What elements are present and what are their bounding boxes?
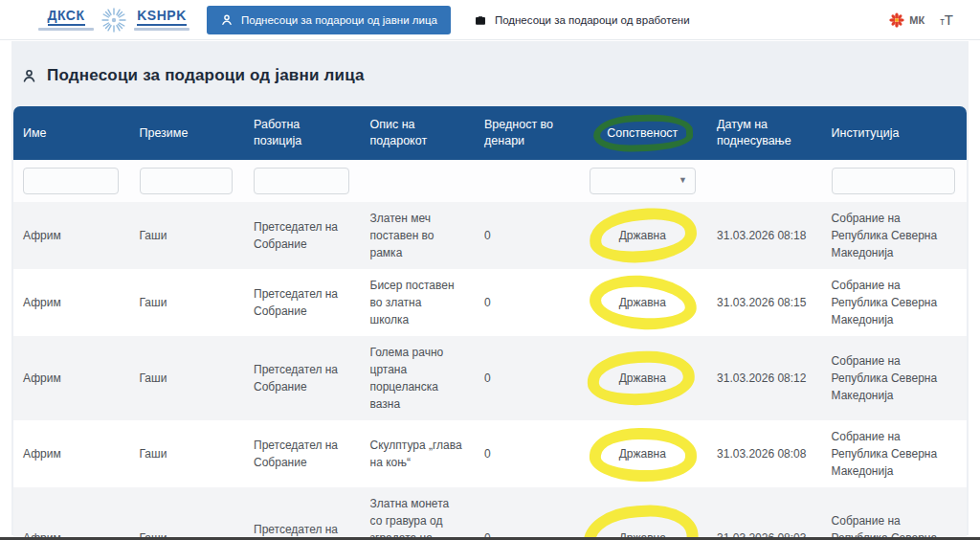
cell-description: Скулптура „глава на коњ“ [361,429,476,479]
column-header-position[interactable]: Работна позиција [244,109,361,157]
cell-surname: Гаши [130,438,245,470]
cell-institution: Собрание на Република Северна Македонија [822,345,967,412]
cell-value: 0 [475,438,580,470]
topbar-actions: МК тТ [889,11,953,28]
main-content: Поднесоци за подароци од јавни лица Име … [11,41,969,535]
filter-institution-input[interactable] [832,168,955,194]
cell-value: 0 [475,286,580,319]
cell-date: 31.03.2026 08:08 [707,438,822,470]
nav-tabs: Поднесоци за подароци од јавни лица Подн… [207,6,703,34]
cell-ownership: Државна [580,286,707,319]
cell-position: Претседател на Собрание [244,278,361,327]
tab-gifts-public-persons[interactable]: Поднесоци за подароци од јавни лица [207,6,451,34]
dksk-logo[interactable]: ДКСК KSHPK [38,6,189,34]
column-header-name[interactable]: Име [13,118,130,149]
cell-date: 31.03.2026 08:15 [707,286,822,319]
logo-text-left: ДКСК [48,9,85,25]
text-size-large-label: Т [945,11,953,28]
table-filter-row: ▼ [13,160,967,202]
language-switcher[interactable]: МК [889,12,924,28]
cell-surname: Гаши [130,362,245,394]
column-header-description[interactable]: Опис на подарокот [361,109,476,157]
ownership-value: Државна [619,371,666,385]
table-row[interactable]: Африм Гаши Претседател на Собрание Златн… [13,487,967,540]
column-header-institution[interactable]: Институција [822,118,967,149]
page-header: Поднесоци за подароци од јавни лица [11,41,969,106]
briefcase-icon [474,13,487,27]
text-size-button[interactable]: тТ [940,11,953,28]
cell-name: Африм [13,286,130,319]
cell-date: 31.03.2026 08:12 [707,362,822,394]
cell-institution: Собрание на Република Северна Македонија [822,420,967,487]
cell-description: Бисер поставен во златна школка [361,269,476,336]
table-row[interactable]: Африм Гаши Претседател на Собрание Бисер… [13,269,967,336]
ownership-value: Државна [619,447,666,461]
cell-name: Африм [13,362,130,394]
ownership-value: Државна [619,296,666,309]
person-icon [21,68,37,84]
cell-value: 0 [475,219,580,252]
cell-position: Претседател на Собрание [244,513,361,540]
filter-surname-input[interactable] [140,168,234,194]
cell-institution: Собрание на Република Северна Македонија [822,269,967,336]
tab-gifts-employees[interactable]: Поднесоци за подароци од вработени [460,6,703,34]
cell-ownership: Државна [580,362,707,394]
cell-description: Голема рачно цртана порцеланска вазна [361,336,476,420]
table-row[interactable]: Африм Гаши Претседател на Собрание Скулп… [13,420,967,487]
cell-description: Златна монета со гравура од зградата на … [361,487,476,540]
table-row[interactable]: Африм Гаши Претседател на Собрание Голем… [13,336,967,420]
page-title: Поднесоци за подароци од јавни лица [47,66,365,85]
top-navigation-bar: ДКСК KSHPK П [0,0,980,40]
cell-surname: Гаши [130,219,245,252]
cell-position: Претседател на Собрание [244,429,361,479]
tab-label: Поднесоци за подароци од јавни лица [241,14,437,26]
tab-label: Поднесоци за подароци од вработени [495,14,690,26]
column-header-value[interactable]: Вредност во денари [475,109,580,157]
macedonia-flag-icon [889,12,904,28]
cell-position: Претседател на Собрание [244,353,361,403]
cell-institution: Собрание на Република Северна Македонија [822,505,967,540]
cell-surname: Гаши [130,286,245,319]
column-header-date[interactable]: Датум на поднесување [707,109,822,157]
cell-position: Претседател на Собрание [244,211,361,260]
language-label: МК [909,14,924,26]
cell-name: Африм [13,219,130,252]
cell-date: 31.03.2026 08:18 [707,219,822,252]
filter-name-input[interactable] [23,168,119,194]
table-row[interactable]: Африм Гаши Претседател на Собрание Злате… [13,202,967,269]
logo-subtext-left [38,28,94,31]
cell-description: Златен меч поставен во рамка [361,202,476,269]
table-header-row: Име Презиме Работна позиција Опис на под… [13,106,967,160]
cell-name: Африм [13,438,130,470]
cell-ownership: Државна [580,438,707,470]
ownership-value: Државна [619,229,666,242]
gifts-table: Име Презиме Работна позиција Опис на под… [13,106,967,540]
cell-ownership: Државна [580,219,707,252]
filter-ownership-select[interactable]: ▼ [590,168,696,194]
chevron-down-icon: ▼ [679,174,687,188]
column-header-ownership[interactable]: Сопственост [580,118,707,149]
cell-institution: Собрание на Република Северна Македонија [822,202,967,269]
sunburst-logo-icon [100,6,128,34]
filter-position-input[interactable] [254,168,349,194]
logo-subtext-right [134,28,189,31]
logo-text-right: KSHPK [137,9,187,25]
cell-value: 0 [475,362,580,394]
person-icon [220,13,234,27]
column-header-ownership-label: Сопственост [607,126,678,140]
column-header-surname[interactable]: Презиме [130,118,245,149]
